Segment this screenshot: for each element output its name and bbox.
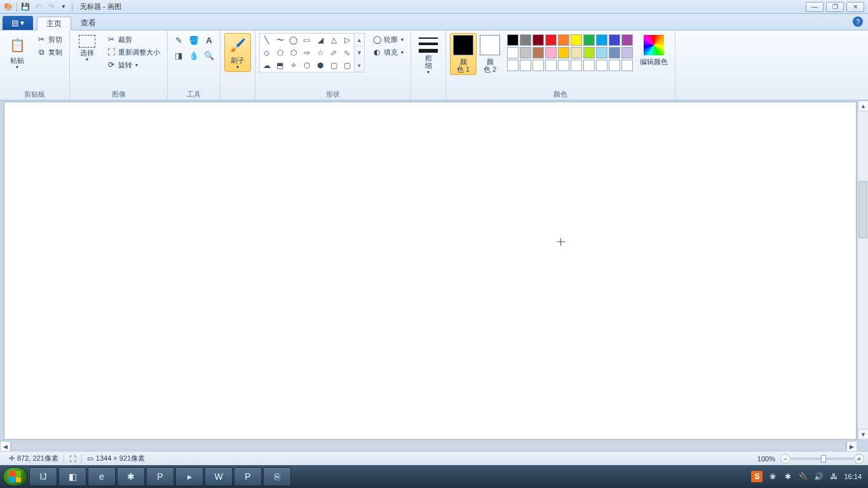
brushes-button[interactable]: 🖌️ 刷子 ▾	[224, 33, 251, 72]
scroll-left-icon[interactable]: ◀	[0, 441, 11, 452]
help-button[interactable]: ?	[853, 17, 863, 27]
qat-undo-icon[interactable]: ↶	[32, 1, 44, 13]
tab-view[interactable]: 查看	[71, 16, 105, 30]
drawing-canvas[interactable]	[4, 102, 857, 440]
start-button[interactable]	[3, 467, 28, 486]
shape-item[interactable]: ⬡	[287, 46, 300, 59]
shape-item[interactable]: ▢	[327, 59, 341, 72]
magnifier-tool[interactable]: 🔍	[202, 48, 216, 62]
qat-customize-icon[interactable]: ▼	[58, 1, 69, 13]
shape-item[interactable]: △	[327, 34, 341, 46]
shape-item[interactable]: ⬡	[300, 59, 313, 72]
shape-item[interactable]: ⬁	[341, 46, 354, 59]
palette-color[interactable]	[596, 60, 607, 71]
taskbar-app-button[interactable]: ◧	[58, 467, 86, 486]
palette-color[interactable]	[621, 60, 633, 71]
scroll-right-icon[interactable]: ▶	[846, 441, 857, 452]
color1-button[interactable]: 颜 色 1	[450, 33, 477, 75]
palette-color[interactable]	[532, 34, 544, 46]
palette-color[interactable]	[507, 34, 519, 46]
palette-color[interactable]	[609, 60, 620, 71]
edit-colors-button[interactable]: 编辑颜色	[637, 33, 671, 67]
palette-color[interactable]	[545, 47, 557, 58]
zoom-out-button[interactable]: −	[780, 454, 790, 464]
maximize-button[interactable]: ❐	[826, 2, 844, 12]
palette-color[interactable]	[583, 47, 595, 58]
zoom-slider[interactable]	[790, 458, 854, 460]
tray-clock[interactable]: 16:14	[844, 473, 862, 480]
shape-item[interactable]: ⇨	[300, 46, 313, 59]
shape-item[interactable]: ◯	[287, 34, 300, 46]
color2-button[interactable]: 颜 色 2	[477, 33, 503, 75]
shape-item[interactable]: ⬠	[273, 46, 287, 59]
eraser-tool[interactable]: ◨	[172, 48, 186, 62]
palette-color[interactable]	[520, 60, 531, 71]
shape-item[interactable]: ☁	[260, 59, 273, 72]
zoom-slider-thumb[interactable]	[821, 455, 826, 463]
shape-item[interactable]: ▷	[341, 34, 354, 46]
horizontal-scrollbar[interactable]: ◀ ▶	[0, 440, 857, 451]
shape-item[interactable]: ╲	[260, 34, 273, 46]
color-picker-tool[interactable]: 💧	[187, 48, 201, 62]
shape-item[interactable]: ⬀	[327, 46, 341, 59]
paint-app-icon[interactable]: 🎨	[3, 1, 14, 13]
shapes-gallery-scroll[interactable]: ▲▼▾	[355, 33, 365, 72]
qat-redo-icon[interactable]: ↷	[45, 1, 57, 13]
tray-power-icon[interactable]: 🔌	[798, 471, 808, 482]
tray-icon[interactable]: ❀	[768, 471, 778, 482]
shape-item[interactable]: ◇	[260, 46, 273, 59]
palette-color[interactable]	[571, 47, 582, 58]
palette-color[interactable]	[507, 47, 519, 58]
close-button[interactable]: ✕	[846, 2, 864, 12]
text-tool[interactable]: A	[202, 33, 216, 47]
palette-color[interactable]	[520, 47, 531, 58]
palette-color[interactable]	[583, 34, 595, 46]
fill-tool[interactable]: 🪣	[187, 33, 201, 47]
taskbar-app-button[interactable]: ✱	[117, 467, 145, 486]
scroll-down-icon[interactable]: ▼	[858, 429, 868, 440]
color-palette[interactable]	[507, 34, 633, 71]
rotate-button[interactable]: ⟳旋转▾	[103, 58, 163, 71]
palette-color[interactable]	[558, 34, 569, 46]
resize-button[interactable]: ⛶重新调整大小	[103, 46, 163, 58]
zoom-in-button[interactable]: +	[854, 454, 864, 464]
palette-color[interactable]	[609, 34, 620, 46]
palette-color[interactable]	[532, 60, 544, 71]
palette-color[interactable]	[609, 47, 620, 58]
palette-color[interactable]	[545, 60, 557, 71]
shape-item[interactable]: ▭	[300, 34, 313, 46]
taskbar-app-button[interactable]: ⎘	[263, 467, 291, 486]
shape-item[interactable]: ✧	[287, 59, 300, 72]
scroll-up-icon[interactable]: ▲	[858, 100, 868, 111]
taskbar-app-button[interactable]: P	[146, 467, 174, 486]
qat-save-icon[interactable]: 💾	[20, 1, 31, 13]
palette-color[interactable]	[621, 34, 633, 46]
paste-button[interactable]: 📋 粘贴 ▾	[4, 33, 31, 72]
palette-color[interactable]	[520, 34, 531, 46]
pencil-tool[interactable]: ✎	[172, 33, 186, 47]
sogou-ime-icon[interactable]: S	[751, 471, 763, 482]
palette-color[interactable]	[571, 60, 582, 71]
palette-color[interactable]	[571, 34, 582, 46]
shape-item[interactable]: ⬢	[314, 59, 327, 72]
palette-color[interactable]	[545, 34, 557, 46]
palette-color[interactable]	[596, 47, 607, 58]
palette-color[interactable]	[532, 47, 544, 58]
shapes-gallery[interactable]: ╲〜◯▭◢△▷◇⬠⬡⇨☆⬀⬁☁⬒✧⬡⬢▢▢	[259, 33, 355, 72]
palette-color[interactable]	[558, 47, 569, 58]
vertical-scrollbar[interactable]: ▲ ▼	[857, 100, 868, 440]
shape-item[interactable]: 〜	[273, 34, 287, 46]
palette-color[interactable]	[596, 34, 607, 46]
copy-button[interactable]: ⧉复制	[33, 46, 65, 58]
minimize-button[interactable]: —	[806, 2, 824, 12]
taskbar-app-button[interactable]: IJ	[29, 467, 57, 486]
palette-color[interactable]	[507, 60, 519, 71]
tray-volume-icon[interactable]: 🔊	[813, 471, 824, 482]
crop-button[interactable]: ✂裁剪	[103, 33, 163, 46]
shape-item[interactable]: ▢	[341, 59, 354, 72]
taskbar-app-button[interactable]: ▸	[175, 467, 203, 486]
palette-color[interactable]	[558, 60, 569, 71]
cut-button[interactable]: ✂剪切	[33, 33, 65, 46]
tray-network-icon[interactable]: 🖧	[829, 471, 839, 482]
shape-item[interactable]: ☆	[314, 46, 327, 59]
